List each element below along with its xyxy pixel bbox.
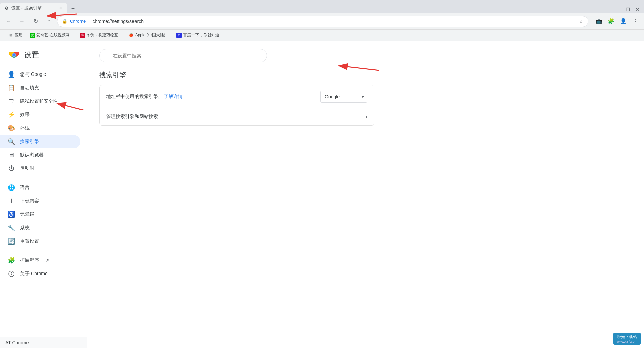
sidebar-label-extensions: 扩展程序 [20,257,39,263]
default-search-label: 地址栏中使用的搜索引擎。 了解详情 [106,94,320,100]
svg-point-5 [11,272,12,273]
minimize-button[interactable]: — [614,5,623,13]
cast-icon[interactable]: 📺 [594,16,604,27]
default-search-text: 地址栏中使用的搜索引擎。 [106,94,163,99]
settings-search-input[interactable] [99,49,267,62]
address-bar[interactable]: 🔒 Chrome | chrome://settings/search ☆ [57,16,588,27]
address-bar-row: ← → ↻ ⌂ 🔒 Chrome | chrome://settings/sea… [0,13,644,30]
tab-favicon: ⚙ [4,5,9,11]
sidebar-item-accessibility[interactable]: ♿ 无障碍 [0,208,80,221]
sidebar-item-appearance[interactable]: 🎨 外观 [0,121,80,135]
sidebar-item-system[interactable]: 🔧 系统 [0,221,80,235]
sidebar-item-language[interactable]: 🌐 语言 [0,181,80,194]
watermark: 极光下载站 www.xz7.com [613,333,641,345]
sidebar-item-privacy[interactable]: 🛡 隐私设置和安全性 [0,95,80,108]
huawei-icon: 华 [80,33,85,38]
svg-point-3 [12,53,16,57]
sidebar-label-default-browser: 默认浏览器 [20,152,44,158]
lock-icon: 🔒 [62,19,67,24]
apps-icon: ⊞ [8,33,13,38]
active-tab[interactable]: ⚙ 设置 - 搜索引擎 ✕ [0,3,67,13]
search-engine-select-wrapper: Google 百度 必应 雅虎 ▾ [320,91,367,103]
sidebar-item-downloads[interactable]: ⬇ 下载内容 [0,194,80,208]
learn-more-link[interactable]: 了解详情 [164,94,183,99]
sidebar-item-extensions[interactable]: 🧩 扩展程序 ↗ [0,254,80,267]
sidebar-item-startup[interactable]: ⏻ 启动时 [0,162,80,175]
browser-icon: 🖥 [8,152,15,159]
default-search-row: 地址栏中使用的搜索引擎。 了解详情 Google 百度 必应 雅虎 ▾ [100,85,374,108]
system-icon: 🔧 [8,224,15,232]
toolbar-right: 📺 🧩 👤 ⋮ [591,16,641,27]
external-link-icon: ↗ [46,258,49,263]
address-url: chrome://settings/search [92,19,144,24]
bookmark-star-icon[interactable]: ☆ [579,19,583,24]
search-select-wrapper: Google 百度 必应 雅虎 ▾ [320,91,367,103]
extensions-icon[interactable]: 🧩 [606,16,616,27]
apple-icon: 🍎 [128,33,134,38]
reset-icon: 🔄 [8,238,15,245]
sidebar: 设置 👤 您与 Google 📋 自动填充 🛡 隐私设置和安全性 ⚡ 效果 🎨 … [0,41,86,348]
home-button[interactable]: ⌂ [44,16,54,27]
sidebar-label-language: 语言 [20,185,30,191]
close-button[interactable]: ✕ [633,5,641,13]
section-title: 搜索引擎 [99,70,374,80]
sidebar-label-performance: 效果 [20,112,30,118]
search-engine-select[interactable]: Google 百度 必应 雅虎 [320,91,367,103]
address-separator: | [88,18,90,24]
iqiyi-icon: 爱 [30,33,35,38]
watermark-url: www.xz7.com [617,340,637,343]
settings-card: 地址栏中使用的搜索引擎。 了解详情 Google 百度 必应 雅虎 ▾ [99,85,374,126]
bookmark-baidu[interactable]: 百 百度一下，你就知道 [174,31,222,39]
page-content: 设置 👤 您与 Google 📋 自动填充 🛡 隐私设置和安全性 ⚡ 效果 🎨 … [0,41,644,348]
browser-frame: ⚙ 设置 - 搜索引擎 ✕ + — ❐ ✕ ← → ↻ ⌂ 🔒 Chrome |… [0,0,644,41]
back-button[interactable]: ← [3,16,14,27]
sidebar-title: 设置 [24,50,39,60]
about-chrome-icon [8,271,15,277]
bookmark-iqiyi[interactable]: 爱 爱奇艺-在线视频网... [27,31,76,39]
tab-bar: ⚙ 设置 - 搜索引擎 ✕ + — ❐ ✕ [0,0,644,13]
reload-button[interactable]: ↻ [30,16,41,27]
bookmarks-bar: ⊞ 应用 爱 爱奇艺-在线视频网... 华 华为 - 构建万物互... 🍎 Ap… [0,30,644,41]
sidebar-item-autofill[interactable]: 📋 自动填充 [0,81,80,95]
manage-search-label: 管理搜索引擎和网站搜索 [106,114,366,120]
new-tab-button[interactable]: + [68,4,78,13]
sidebar-label-downloads: 下载内容 [20,198,39,204]
sidebar-label-privacy: 隐私设置和安全性 [20,98,58,104]
autofill-icon: 📋 [8,84,15,92]
sidebar-item-performance[interactable]: ⚡ 效果 [0,108,80,121]
sidebar-label-appearance: 外观 [20,125,30,131]
sidebar-label-system: 系统 [20,225,30,231]
bottom-bar-label: AT Chrome [5,340,29,345]
forward-button[interactable]: → [17,16,28,27]
sidebar-item-search[interactable]: 🔍 搜索引擎 [0,135,80,148]
chrome-logo [8,49,20,61]
sidebar-item-google[interactable]: 👤 您与 Google [0,68,80,81]
tab-title: 设置 - 搜索引擎 [11,5,56,11]
menu-icon[interactable]: ⋮ [630,16,641,27]
sidebar-item-about[interactable]: 关于 Chrome [0,267,80,281]
sidebar-item-default-browser[interactable]: 🖥 默认浏览器 [0,148,80,162]
bookmark-huawei-label: 华为 - 构建万物互... [87,32,122,38]
accessibility-icon: ♿ [8,211,15,218]
svg-rect-6 [11,274,12,276]
person-icon: 👤 [8,71,15,78]
manage-search-text: 管理搜索引擎和网站搜索 [106,114,158,119]
bookmark-apple[interactable]: 🍎 Apple (中国大陆) ... [126,31,172,39]
sidebar-label-autofill: 自动填充 [20,85,39,91]
bookmark-huawei[interactable]: 华 华为 - 构建万物互... [77,31,124,39]
bookmark-apps-label: 应用 [15,32,23,38]
extension-icon: 🧩 [8,257,15,264]
manage-search-row[interactable]: 管理搜索引擎和网站搜索 › [100,108,374,125]
tab-close-button[interactable]: ✕ [58,5,63,11]
bookmark-apps[interactable]: ⊞ 应用 [5,31,25,39]
sidebar-label-reset: 重置设置 [20,238,39,244]
sidebar-header: 设置 [0,46,86,68]
profile-icon[interactable]: 👤 [618,16,629,27]
sidebar-item-reset[interactable]: 🔄 重置设置 [0,235,80,248]
restore-button[interactable]: ❐ [624,5,632,13]
bookmark-baidu-label: 百度一下，你就知道 [183,32,219,38]
sidebar-label-accessibility: 无障碍 [20,211,34,217]
search-box-container: 🔍 [99,49,374,62]
baidu-icon: 百 [176,33,182,38]
chrome-label: Chrome [70,19,86,24]
